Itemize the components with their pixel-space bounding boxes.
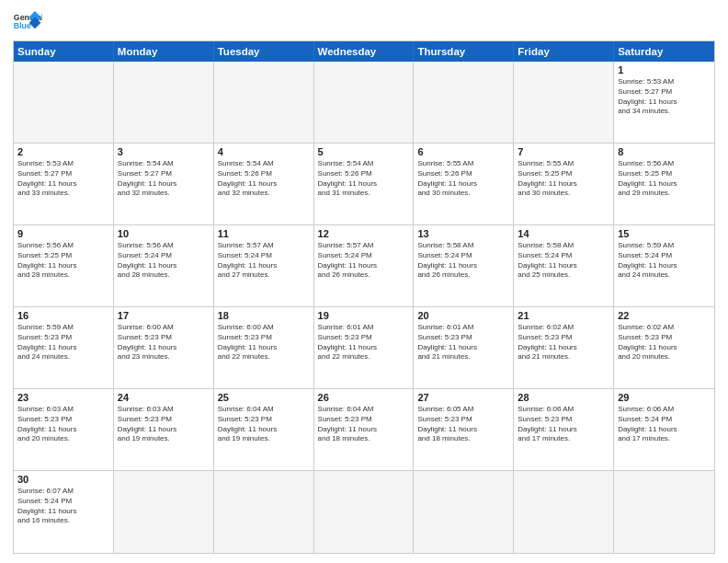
cell-info: Sunrise: 6:00 AM Sunset: 5:23 PM Dayligh… xyxy=(118,323,210,362)
calendar-cell xyxy=(14,62,114,144)
calendar-cell: 3Sunrise: 5:54 AM Sunset: 5:27 PM Daylig… xyxy=(114,144,214,225)
cell-info: Sunrise: 5:58 AM Sunset: 5:24 PM Dayligh… xyxy=(518,241,609,281)
day-number: 1 xyxy=(618,64,711,75)
cell-info: Sunrise: 5:53 AM Sunset: 5:27 PM Dayligh… xyxy=(17,159,109,199)
day-number: 15 xyxy=(618,228,711,239)
day-number: 6 xyxy=(417,146,509,157)
calendar-cell xyxy=(614,471,714,553)
cell-info: Sunrise: 5:59 AM Sunset: 5:24 PM Dayligh… xyxy=(618,241,711,281)
day-number: 18 xyxy=(218,310,310,321)
calendar-cell: 25Sunrise: 6:04 AM Sunset: 5:23 PM Dayli… xyxy=(214,389,314,471)
day-number: 10 xyxy=(118,228,210,239)
calendar-cell: 21Sunrise: 6:02 AM Sunset: 5:23 PM Dayli… xyxy=(514,307,614,389)
day-number: 30 xyxy=(17,474,109,485)
cell-info: Sunrise: 5:58 AM Sunset: 5:24 PM Dayligh… xyxy=(417,241,509,281)
calendar-cell: 16Sunrise: 5:59 AM Sunset: 5:23 PM Dayli… xyxy=(14,307,114,389)
cell-info: Sunrise: 5:54 AM Sunset: 5:27 PM Dayligh… xyxy=(118,159,210,199)
calendar-cell: 29Sunrise: 6:06 AM Sunset: 5:24 PM Dayli… xyxy=(614,389,714,471)
day-number: 5 xyxy=(318,146,410,157)
day-header: Sunday xyxy=(14,41,114,62)
day-number: 24 xyxy=(118,392,210,403)
cell-info: Sunrise: 6:02 AM Sunset: 5:23 PM Dayligh… xyxy=(618,323,711,362)
calendar-cell xyxy=(514,62,614,144)
calendar-cell xyxy=(114,62,214,144)
calendar-cell xyxy=(414,62,514,144)
day-number: 8 xyxy=(618,146,711,157)
day-number: 22 xyxy=(618,310,711,321)
day-number: 17 xyxy=(118,310,210,321)
header: General Blue xyxy=(13,9,715,35)
generalblue-logo-icon: General Blue xyxy=(13,9,42,35)
cell-info: Sunrise: 5:54 AM Sunset: 5:26 PM Dayligh… xyxy=(318,159,410,199)
day-number: 11 xyxy=(218,228,310,239)
day-number: 14 xyxy=(518,228,609,239)
calendar-cell: 17Sunrise: 6:00 AM Sunset: 5:23 PM Dayli… xyxy=(114,307,214,389)
calendar-cell xyxy=(314,471,415,553)
svg-text:Blue: Blue xyxy=(14,21,31,30)
day-header: Saturday xyxy=(614,41,714,62)
calendar-cell: 22Sunrise: 6:02 AM Sunset: 5:23 PM Dayli… xyxy=(614,307,714,389)
cell-info: Sunrise: 6:05 AM Sunset: 5:23 PM Dayligh… xyxy=(417,405,509,444)
calendar-cell xyxy=(314,62,415,144)
cell-info: Sunrise: 5:55 AM Sunset: 5:25 PM Dayligh… xyxy=(518,159,609,199)
calendar-cell: 28Sunrise: 6:06 AM Sunset: 5:23 PM Dayli… xyxy=(514,389,614,471)
day-number: 7 xyxy=(518,146,609,157)
calendar-cell: 26Sunrise: 6:04 AM Sunset: 5:23 PM Dayli… xyxy=(314,389,415,471)
day-header: Tuesday xyxy=(214,41,314,62)
calendar-cell: 14Sunrise: 5:58 AM Sunset: 5:24 PM Dayli… xyxy=(514,225,614,307)
calendar-cell: 4Sunrise: 5:54 AM Sunset: 5:26 PM Daylig… xyxy=(214,144,314,225)
cell-info: Sunrise: 5:56 AM Sunset: 5:25 PM Dayligh… xyxy=(618,159,711,199)
calendar-cell: 30Sunrise: 6:07 AM Sunset: 5:24 PM Dayli… xyxy=(14,471,114,553)
cell-info: Sunrise: 6:01 AM Sunset: 5:23 PM Dayligh… xyxy=(417,323,509,362)
day-number: 13 xyxy=(417,228,509,239)
day-header: Monday xyxy=(114,41,214,62)
day-number: 29 xyxy=(618,392,711,403)
day-number: 2 xyxy=(17,146,109,157)
calendar-cell: 7Sunrise: 5:55 AM Sunset: 5:25 PM Daylig… xyxy=(514,144,614,225)
logo: General Blue xyxy=(13,9,42,35)
day-number: 20 xyxy=(417,310,509,321)
cell-info: Sunrise: 6:07 AM Sunset: 5:24 PM Dayligh… xyxy=(17,487,109,526)
calendar-cell: 23Sunrise: 6:03 AM Sunset: 5:23 PM Dayli… xyxy=(14,389,114,471)
calendar-cell: 18Sunrise: 6:00 AM Sunset: 5:23 PM Dayli… xyxy=(214,307,314,389)
day-headers: SundayMondayTuesdayWednesdayThursdayFrid… xyxy=(14,41,714,62)
cell-info: Sunrise: 5:55 AM Sunset: 5:26 PM Dayligh… xyxy=(417,159,509,199)
calendar-cell xyxy=(414,471,514,553)
cell-info: Sunrise: 6:06 AM Sunset: 5:24 PM Dayligh… xyxy=(618,405,711,444)
cell-info: Sunrise: 6:01 AM Sunset: 5:23 PM Dayligh… xyxy=(318,323,410,362)
day-number: 12 xyxy=(318,228,410,239)
calendar-cell xyxy=(114,471,214,553)
calendar-cell xyxy=(214,471,314,553)
calendar-cell: 6Sunrise: 5:55 AM Sunset: 5:26 PM Daylig… xyxy=(414,144,514,225)
day-number: 21 xyxy=(518,310,609,321)
calendar-cell: 24Sunrise: 6:03 AM Sunset: 5:23 PM Dayli… xyxy=(114,389,214,471)
cell-info: Sunrise: 6:00 AM Sunset: 5:23 PM Dayligh… xyxy=(218,323,310,362)
cell-info: Sunrise: 6:03 AM Sunset: 5:23 PM Dayligh… xyxy=(118,405,210,444)
page: General Blue SundayMondayTuesdayWednesda… xyxy=(0,0,728,563)
cell-info: Sunrise: 6:06 AM Sunset: 5:23 PM Dayligh… xyxy=(518,405,609,444)
day-number: 28 xyxy=(518,392,609,403)
day-number: 3 xyxy=(118,146,210,157)
day-header: Wednesday xyxy=(314,41,415,62)
calendar-cell: 12Sunrise: 5:57 AM Sunset: 5:24 PM Dayli… xyxy=(314,225,415,307)
day-number: 27 xyxy=(417,392,509,403)
cell-info: Sunrise: 6:04 AM Sunset: 5:23 PM Dayligh… xyxy=(218,405,310,444)
calendar-cell: 9Sunrise: 5:56 AM Sunset: 5:25 PM Daylig… xyxy=(14,225,114,307)
day-number: 25 xyxy=(218,392,310,403)
calendar-cell: 8Sunrise: 5:56 AM Sunset: 5:25 PM Daylig… xyxy=(614,144,714,225)
day-number: 16 xyxy=(17,310,109,321)
day-number: 26 xyxy=(318,392,410,403)
day-header: Thursday xyxy=(414,41,514,62)
calendar-cell: 10Sunrise: 5:56 AM Sunset: 5:24 PM Dayli… xyxy=(114,225,214,307)
calendar-cell: 5Sunrise: 5:54 AM Sunset: 5:26 PM Daylig… xyxy=(314,144,415,225)
calendar: SundayMondayTuesdayWednesdayThursdayFrid… xyxy=(13,40,715,554)
calendar-cell: 13Sunrise: 5:58 AM Sunset: 5:24 PM Dayli… xyxy=(414,225,514,307)
calendar-cell: 2Sunrise: 5:53 AM Sunset: 5:27 PM Daylig… xyxy=(14,144,114,225)
calendar-cell xyxy=(514,471,614,553)
day-number: 23 xyxy=(17,392,109,403)
cell-info: Sunrise: 6:03 AM Sunset: 5:23 PM Dayligh… xyxy=(17,405,109,444)
cell-info: Sunrise: 5:53 AM Sunset: 5:27 PM Dayligh… xyxy=(618,77,711,117)
cell-info: Sunrise: 5:57 AM Sunset: 5:24 PM Dayligh… xyxy=(218,241,310,281)
cell-info: Sunrise: 6:04 AM Sunset: 5:23 PM Dayligh… xyxy=(318,405,410,444)
day-number: 4 xyxy=(218,146,310,157)
